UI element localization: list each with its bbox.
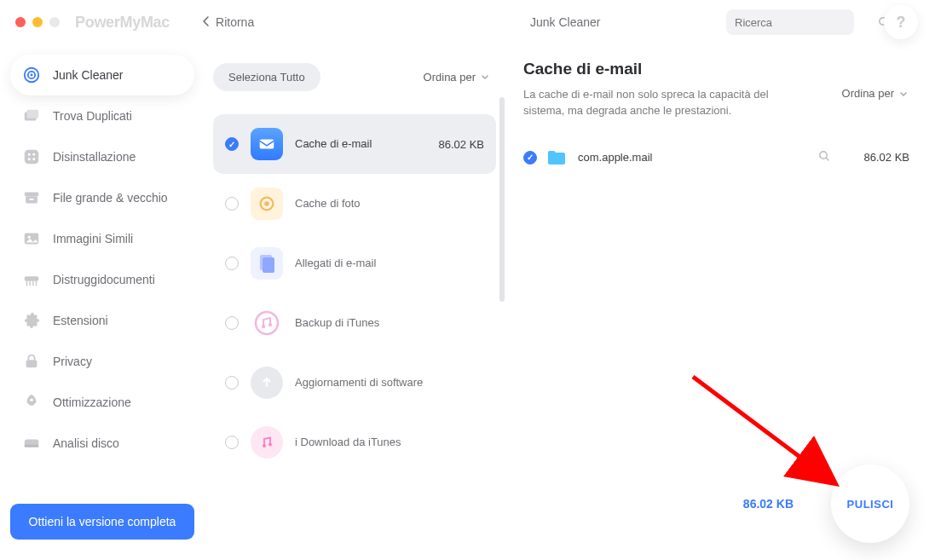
category-size: 86.02 KB [439, 138, 485, 151]
svg-point-11 [32, 158, 35, 160]
back-button[interactable]: Ritorna [202, 15, 254, 30]
app-title: PowerMyMac [75, 14, 170, 32]
category-item[interactable]: Aggiornamenti di software [213, 353, 496, 413]
svg-point-35 [268, 442, 272, 446]
svg-point-28 [264, 201, 269, 206]
clean-button[interactable]: PULISCI [831, 465, 909, 543]
category-label: i Download da iTunes [295, 436, 484, 449]
svg-point-32 [262, 325, 265, 328]
chevron-down-icon [479, 71, 491, 83]
breadcrumb: Junk Cleaner [530, 15, 601, 29]
category-panel: Seleziona Tutto Ordina per Cache di e-ma… [205, 44, 505, 560]
svg-point-34 [263, 444, 266, 447]
sidebar-item-label: Distruggidocumenti [53, 273, 155, 286]
svg-point-16 [28, 236, 31, 239]
svg-rect-14 [29, 199, 34, 200]
detail-title: Cache di e-mail [523, 60, 909, 78]
sidebar-item-optimize[interactable]: Ottimizzazione [10, 382, 194, 423]
svg-rect-22 [26, 360, 38, 367]
search-icon [818, 150, 830, 162]
svg-rect-17 [25, 276, 39, 281]
get-full-version-button[interactable]: Ottieni la versione completa [10, 504, 194, 540]
category-label: Cache di e-mail [295, 137, 439, 151]
sidebar-item-junk-cleaner[interactable]: Junk Cleaner [10, 55, 194, 95]
reveal-in-finder-button[interactable] [818, 150, 830, 165]
sidebar-item-large-old[interactable]: File grande & vecchio [10, 177, 194, 218]
archive-icon [22, 188, 41, 207]
sidebar-item-shredder[interactable]: Distruggidocumenti [10, 259, 194, 300]
detail-description: La cache di e-mail non solo spreca la ca… [523, 87, 805, 119]
search-input[interactable] [735, 16, 878, 29]
category-label: Cache di foto [295, 197, 484, 211]
svg-rect-6 [27, 110, 39, 118]
checkbox[interactable] [225, 257, 239, 270]
sidebar-item-label: Junk Cleaner [53, 68, 124, 82]
sidebar-item-label: Immagini Simili [53, 232, 133, 245]
svg-rect-26 [260, 140, 274, 149]
svg-point-9 [32, 153, 35, 156]
window-minimize-button[interactable] [32, 17, 43, 27]
sidebar-item-label: File grande & vecchio [53, 191, 168, 205]
sidebar-item-label: Trova Duplicati [53, 109, 132, 123]
category-item[interactable]: Cache di foto [213, 174, 496, 234]
file-row[interactable]: com.apple.mail 86.02 KB [523, 148, 909, 167]
checkbox[interactable] [225, 197, 239, 211]
body: Junk Cleaner Trova Duplicati Disinstalla… [0, 44, 935, 560]
detail-panel: Cache di e-mail La cache di e-mail non s… [505, 44, 935, 560]
category-item[interactable]: Cache di e-mail 86.02 KB [213, 114, 496, 174]
lock-icon [22, 352, 41, 371]
shredder-icon [22, 270, 41, 289]
svg-point-10 [28, 158, 31, 160]
total-size: 86.02 KB [743, 497, 794, 511]
sidebar-item-disk-analysis[interactable]: Analisi disco [10, 423, 194, 464]
sidebar-item-privacy[interactable]: Privacy [10, 341, 194, 382]
category-header: Seleziona Tutto Ordina per [213, 60, 496, 94]
sidebar-item-extensions[interactable]: Estensioni [10, 300, 194, 341]
category-item[interactable]: Backup di iTunes [213, 293, 496, 353]
itunes-downloads-icon [251, 426, 283, 459]
category-item[interactable]: Allegati di e-mail [213, 234, 496, 293]
traffic-lights [15, 17, 60, 27]
svg-point-4 [31, 74, 33, 77]
category-list: Cache di e-mail 86.02 KB Cache di foto A [213, 114, 496, 560]
sidebar-item-label: Disinstallazione [53, 150, 136, 164]
checkbox[interactable] [225, 376, 239, 390]
checkbox[interactable] [225, 137, 239, 151]
folder-duplicate-icon [22, 107, 41, 125]
photos-cache-icon [251, 188, 283, 220]
back-label: Ritorna [216, 15, 254, 29]
chevron-down-icon [897, 88, 909, 100]
search-box[interactable] [726, 9, 854, 35]
chevron-left-icon [202, 15, 211, 30]
sidebar-item-label: Analisi disco [53, 436, 119, 450]
sidebar-item-similar-images[interactable]: Immagini Simili [10, 218, 194, 259]
folder-icon [545, 148, 568, 167]
svg-point-33 [268, 323, 272, 326]
category-label: Backup di iTunes [295, 316, 484, 330]
window-zoom-button[interactable] [49, 17, 60, 27]
help-button[interactable]: ? [884, 5, 918, 39]
select-all-button[interactable]: Seleziona Tutto [213, 63, 320, 91]
svg-point-8 [28, 153, 31, 156]
checkbox[interactable] [523, 151, 537, 165]
window-close-button[interactable] [15, 17, 26, 27]
sort-by-label: Ordina per [424, 71, 476, 84]
puzzle-icon [22, 311, 41, 330]
software-updates-icon [251, 367, 283, 399]
file-name: com.apple.mail [578, 151, 810, 164]
svg-point-31 [256, 312, 278, 334]
category-item[interactable]: i Download da iTunes [213, 413, 496, 472]
mail-cache-icon [251, 128, 283, 160]
svg-line-37 [826, 158, 828, 160]
svg-rect-12 [25, 193, 39, 197]
app-window: PowerMyMac Ritorna Junk Cleaner ? Junk C… [0, 0, 935, 560]
sidebar-item-uninstall[interactable]: Disinstallazione [10, 136, 194, 177]
detail-sort-by-dropdown[interactable]: Ordina per [842, 87, 909, 100]
checkbox[interactable] [225, 316, 239, 330]
checkbox[interactable] [225, 436, 239, 449]
sidebar-item-duplicates[interactable]: Trova Duplicati [10, 95, 194, 136]
svg-point-23 [30, 398, 33, 401]
image-icon [22, 229, 41, 248]
rocket-icon [22, 393, 41, 412]
sort-by-dropdown[interactable]: Ordina per [424, 71, 491, 84]
